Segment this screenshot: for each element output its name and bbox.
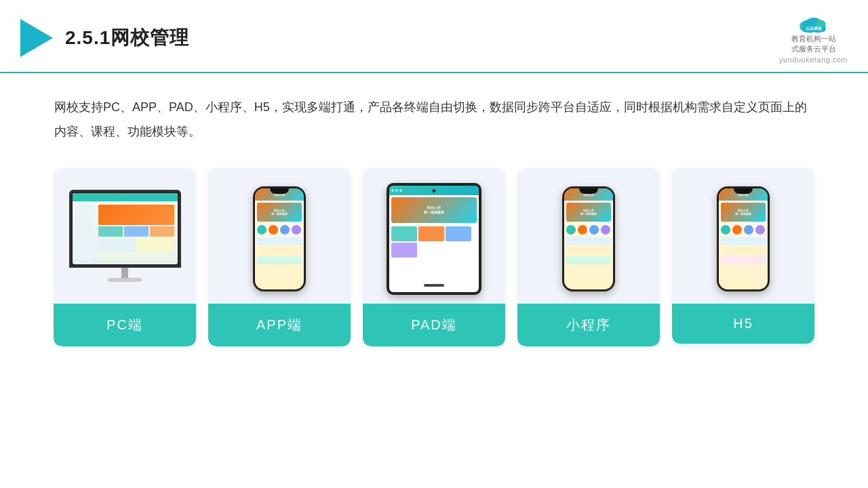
logo-area: 云朵课堂 教育机构一站 式服务云平台 yunduoketang.com — [779, 12, 848, 64]
header: 2.5.1网校管理 云朵课堂 教育机构一站 式服务云平台 yunduoketan… — [0, 0, 868, 73]
pc-monitor — [67, 190, 182, 288]
card-pad-label: PAD端 — [363, 304, 505, 346]
card-h5-label: H5 — [672, 304, 814, 344]
cards-container: PC端 职达人的 职达人的第一堂刷题课 — [0, 155, 868, 360]
play-icon — [20, 19, 53, 57]
card-pc-label: PC端 — [54, 304, 196, 346]
header-left: 2.5.1网校管理 — [20, 19, 189, 57]
app-image-area: 职达人的 职达人的第一堂刷题课 — [208, 168, 351, 304]
card-miniprogram-label: 小程序 — [517, 304, 660, 346]
miniprogram-image-area: 职达人的 职达人的第一堂刷题课 — [517, 168, 660, 304]
logo-cloud: 云朵课堂 — [797, 12, 830, 34]
card-app-label: APP端 — [208, 304, 351, 346]
logo-url: yunduoketang.com — [779, 56, 848, 64]
card-pad: 职达人的第一堂刷题课 PAD端 — [363, 168, 505, 346]
monitor-screen — [69, 190, 181, 268]
logo-slogan: 教育机构一站 式服务云平台 — [791, 34, 836, 55]
description-text: 网校支持PC、APP、PAD、小程序、H5，实现多端打通，产品各终端自由切换，数… — [0, 73, 868, 155]
pad-image-area: 职达人的第一堂刷题课 — [363, 168, 505, 304]
h5-image-area: 职达人的 职达人的第一堂刷题课 — [672, 168, 814, 304]
card-miniprogram: 职达人的 职达人的第一堂刷题课 — [517, 168, 660, 346]
card-pc: PC端 — [54, 168, 196, 346]
pc-image-area — [54, 168, 196, 304]
miniprogram-phone-mockup: 职达人的 职达人的第一堂刷题课 — [562, 186, 615, 291]
card-app: 职达人的 职达人的第一堂刷题课 — [208, 168, 351, 346]
h5-phone-mockup: 职达人的 职达人的第一堂刷题课 — [717, 186, 770, 291]
cloud-icon: 云朵课堂 — [797, 12, 830, 34]
app-phone-mockup: 职达人的 职达人的第一堂刷题课 — [253, 186, 306, 291]
page-title: 2.5.1网校管理 — [65, 25, 189, 51]
card-h5: 职达人的 职达人的第一堂刷题课 — [672, 168, 814, 346]
svg-text:云朵课堂: 云朵课堂 — [806, 26, 823, 30]
pad-tablet-mockup: 职达人的第一堂刷题课 — [387, 183, 481, 295]
